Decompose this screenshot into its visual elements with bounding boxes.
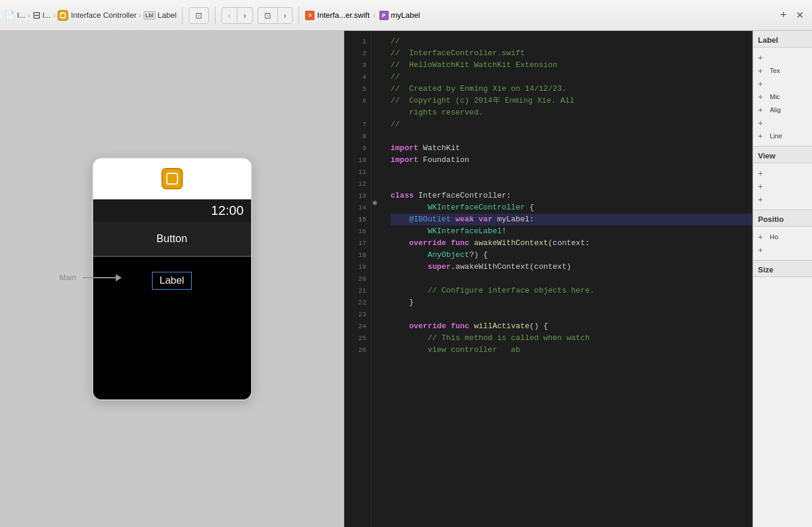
code-line-5: // Created by Enming Xie on 14/12/23.	[391, 83, 752, 95]
breadcrumb-item-doc[interactable]: 📄 l...	[5, 11, 26, 20]
outlet-indicator[interactable]: ◉	[373, 197, 377, 209]
watch-button-element[interactable]: Button	[93, 222, 251, 256]
prop-label-alig: Alig	[770, 106, 807, 113]
view-prop-row-2: +	[758, 180, 807, 193]
swift-file-name: Interfa...er.swift	[317, 11, 369, 20]
prop-plus-tex[interactable]: +	[758, 66, 767, 75]
position-prop-plus-1[interactable]: +	[758, 232, 767, 242]
code-content-area[interactable]: 1 2 3 4 5 6 7 8 9 10 11 12 13 14 15 16 1…	[344, 31, 752, 527]
line-num-16: 16	[344, 226, 366, 237]
prop-label-tex: Tex	[770, 67, 807, 74]
breadcrumb-storyboard-label: l...	[43, 11, 51, 20]
code-line-24: override func willActivate() {	[391, 320, 752, 332]
watch-screen: 12:00 Button Label	[93, 199, 251, 399]
prop-plus-1[interactable]: +	[758, 53, 767, 62]
view-prop-plus-1[interactable]: +	[758, 169, 767, 178]
position-prop-row-1: + Ho	[758, 230, 807, 243]
code-line-13: class InterfaceController:	[391, 190, 752, 202]
nav-forward-button[interactable]: ›	[237, 8, 252, 23]
code-line-17: override func awakeWithContext(context:	[391, 237, 752, 249]
line-num-15: 15	[344, 214, 366, 226]
layout-controls: ⊡	[189, 7, 209, 24]
line-num-25: 25	[344, 332, 366, 344]
line-num-1: 1	[344, 36, 366, 47]
lbl-icon: Lbl	[144, 11, 156, 20]
code-line-9: import WatchKit	[391, 142, 752, 154]
breadcrumb: 📄 l... › ⊟ l... › Interface Controller ›…	[5, 9, 176, 21]
code-line-2: // InterfaceController.swift	[391, 47, 752, 59]
code-line-10: import Foundation	[391, 154, 752, 166]
panel-toggle-button[interactable]: ⊡	[258, 8, 278, 23]
code-line-16: WKInterfaceLabel!	[391, 226, 752, 237]
view-prop-plus-2[interactable]: +	[758, 182, 767, 191]
position-prop-plus-2[interactable]: +	[758, 245, 767, 255]
main-content: Main 12:00 Button Label	[0, 31, 812, 527]
prop-label-line: Line	[770, 132, 807, 139]
code-line-14: WKInterfaceController {	[391, 202, 752, 214]
file-nav-sep: ›	[373, 11, 376, 20]
toolbar: 📄 l... › ⊟ l... › Interface Controller ›…	[0, 0, 812, 31]
breadcrumb-controller-label: Interface Controller	[71, 11, 137, 20]
line-num-10: 10	[344, 154, 366, 166]
line-num-5: 5	[344, 83, 366, 95]
watch-time-display: 12:00	[93, 199, 251, 222]
code-line-23	[391, 309, 752, 320]
prop-row-alig: + Alig	[758, 103, 807, 116]
prop-plus-2[interactable]: +	[758, 79, 767, 88]
close-tab-button[interactable]: ✕	[792, 9, 807, 21]
symbol-name: myLabel	[391, 11, 420, 20]
breadcrumb-item-label[interactable]: Lbl Label	[144, 11, 176, 20]
view-properties-section: + + +	[753, 163, 812, 210]
prop-plus-mic[interactable]: +	[758, 92, 767, 101]
nav-back-button[interactable]: ‹	[222, 8, 237, 23]
code-lines[interactable]: // // InterfaceController.swift // Hello…	[383, 31, 752, 527]
size-section-header: Size	[753, 261, 812, 277]
position-prop-row-2: +	[758, 243, 807, 256]
code-line-12	[391, 178, 752, 190]
toolbar-divider-2	[215, 7, 215, 24]
properties-panel: Label + + Tex + + Mic + Alig	[753, 31, 812, 527]
line-num-2: 2	[344, 47, 366, 59]
line-num-6b	[344, 107, 366, 119]
line-num-9: 9	[344, 142, 366, 154]
prop-plus-line[interactable]: +	[758, 131, 767, 141]
breadcrumb-sep-3: ›	[139, 11, 141, 20]
watch-label-box: Label	[152, 272, 192, 290]
breadcrumb-item-controller[interactable]: Interface Controller	[58, 10, 137, 21]
code-line-6: // Copyright (c) 2014年 Enming Xie. All	[391, 95, 752, 107]
watch-header	[93, 158, 251, 199]
prop-row-empty-3: +	[758, 116, 807, 129]
main-arrow-label: Main	[59, 273, 76, 282]
code-line-7: //	[391, 119, 752, 131]
panel-layout-button[interactable]: ›	[278, 8, 293, 23]
prop-plus-alig[interactable]: +	[758, 105, 767, 115]
code-line-19: super.awakeWithContext(context)	[391, 261, 752, 273]
add-tab-button[interactable]: +	[776, 9, 790, 21]
position-section-header: Positio	[753, 210, 812, 227]
code-line-8	[391, 131, 752, 142]
line-num-4: 4	[344, 71, 366, 83]
toolbar-divider-1	[182, 7, 183, 24]
line-num-14: 14	[344, 202, 366, 214]
label-section-header: Label	[753, 31, 812, 47]
doc-icon: 📄	[5, 11, 15, 20]
prop-plus-3[interactable]: +	[758, 118, 767, 128]
line-num-3: 3	[344, 59, 366, 71]
panel-toggle: ⊡ ›	[258, 7, 293, 24]
symbol-icon: P	[379, 11, 389, 20]
breadcrumb-label-label: Label	[158, 11, 177, 20]
layout-grid-button[interactable]: ⊡	[189, 8, 208, 23]
breadcrumb-item-storyboard[interactable]: ⊟ l...	[33, 9, 51, 21]
line-num-21: 21	[344, 285, 366, 297]
file-nav-swift[interactable]: S Interfa...er.swift	[305, 11, 369, 20]
line-num-17: 17	[344, 237, 366, 249]
view-section-header: View	[753, 147, 812, 163]
line-num-22: 22	[344, 297, 366, 309]
line-num-13: 13	[344, 190, 366, 202]
line-num-6: 6	[344, 95, 366, 107]
view-prop-plus-3[interactable]: +	[758, 195, 767, 204]
code-line-11	[391, 166, 752, 178]
file-nav-symbol[interactable]: P myLabel	[379, 11, 420, 20]
code-line-3: // HelloWatchKit WatchKit Extension	[391, 59, 752, 71]
view-prop-row-1: +	[758, 167, 807, 180]
